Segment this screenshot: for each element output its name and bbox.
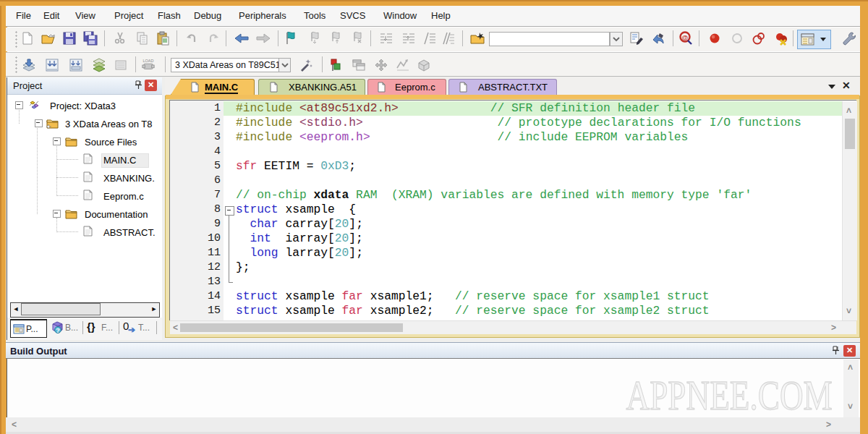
svg-text:@: @ [682, 34, 689, 41]
svg-text:LOAD: LOAD [143, 59, 154, 63]
svg-text:?: ? [56, 327, 60, 334]
